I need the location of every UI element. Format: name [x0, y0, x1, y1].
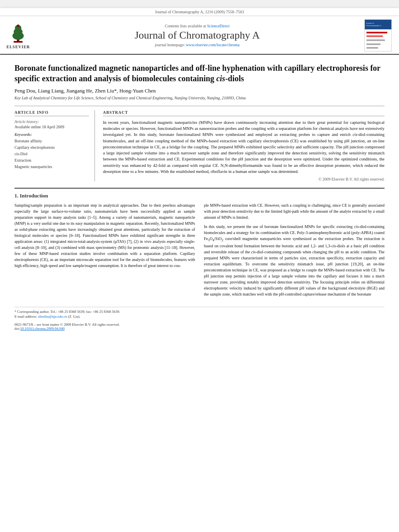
abstract-header: ABSTRACT: [103, 110, 385, 116]
journal-cover-image: Journal ofChromatography A: [364, 19, 392, 51]
abstract-text: In recent years, functionalized magnetic…: [103, 119, 385, 175]
cover-stripe-1: [366, 32, 387, 33]
cover-top-section: Journal ofChromatography A: [365, 20, 391, 29]
citation-line: Journal of Chromatography A, 1216 (2009)…: [0, 8, 399, 16]
journal-homepage-link[interactable]: www.elsevier.com/locate/chroma: [186, 43, 239, 47]
body-text-right-2: In this study, we present the use of bor…: [204, 224, 385, 297]
journal-header: ELSEVIER Contents lists available at Sci…: [0, 16, 399, 55]
article-info-abstract-section: ARTICLE INFO Article history: Available …: [14, 106, 385, 181]
article-title: Boronate functionalized magnetic nanopar…: [14, 63, 385, 84]
elsevier-label: ELSEVIER: [6, 45, 30, 49]
svg-point-4: [17, 25, 19, 27]
cover-stripe-3: [366, 39, 385, 41]
keywords-list: Boronate affinity Capillary electrophore…: [14, 138, 89, 170]
contents-available-line: Contents lists available at ScienceDirec…: [38, 24, 356, 28]
journal-homepage-line: journal homepage: www.elsevier.com/locat…: [38, 43, 356, 47]
email-footnote: E-mail address: zhenliu@nju.edu.cn (Z. L…: [14, 314, 385, 318]
cover-stripes: [365, 29, 391, 51]
corresponding-author-footnote: * Corresponding author. Tel.: +86 25 836…: [14, 310, 385, 314]
keyword-4: Extraction: [14, 157, 89, 164]
body-text-left: Sampling/sample preparation is an import…: [14, 202, 195, 269]
doi-link[interactable]: 10.1016/j.chroma.2009.04.040: [20, 327, 65, 331]
authors-line: Peng Dou, Liang Liang, Jiangang He, Zhen…: [14, 88, 385, 94]
cover-stripe-4: [366, 43, 380, 45]
keyword-5: Magnetic nanoparticles: [14, 164, 89, 170]
keyword-2: Capillary electrophoresis: [14, 144, 89, 151]
doi-line: doi:10.1016/j.chroma.2009.04.040: [14, 327, 385, 331]
history-label: Article history:: [14, 119, 89, 124]
cover-stripe-2: [366, 35, 383, 37]
cover-stripe-5: [366, 47, 378, 49]
body-col-right: ple MNPs-based extraction with CE. Howev…: [204, 202, 385, 300]
svg-rect-5: [14, 41, 23, 43]
journal-header-center: Contents lists available at ScienceDirec…: [30, 24, 364, 47]
journal-header-left: ELSEVIER: [6, 22, 30, 49]
abstract-column: ABSTRACT In recent years, functionalized…: [103, 110, 385, 181]
article-info-column: ARTICLE INFO Article history: Available …: [14, 110, 95, 181]
elsevier-tree-icon: [8, 22, 28, 44]
email-link[interactable]: zhenliu@nju.edu.cn: [38, 314, 67, 318]
journal-cover-area: Journal ofChromatography A: [364, 19, 393, 51]
issn-line: 0021-9673/$ – see front matter © 2009 El…: [14, 322, 385, 327]
body-two-columns: Sampling/sample preparation is an import…: [14, 202, 385, 300]
sciencedirect-link[interactable]: ScienceDirect: [207, 24, 230, 28]
citation-text: Journal of Chromatography A, 1216 (2009)…: [155, 10, 244, 14]
body-col-left: Sampling/sample preparation is an import…: [14, 202, 195, 300]
body-text-right-1: ple MNPs-based extraction with CE. Howev…: [204, 202, 385, 220]
article-content: Boronate functionalized magnetic nanopar…: [0, 55, 399, 339]
copyright-line: © 2009 Elsevier B.V. All rights reserved…: [103, 177, 385, 181]
keyword-1: Boronate affinity: [14, 138, 89, 144]
keywords-label: Keywords:: [14, 132, 89, 137]
article-page: Journal of Chromatography A, 1216 (2009)…: [0, 8, 399, 532]
journal-title-header: Journal of Chromatography A: [38, 29, 356, 41]
elsevier-logo: ELSEVIER: [6, 22, 30, 49]
affiliation-line: Key Lab of Analytical Chemistry for Life…: [14, 96, 385, 100]
section1-title: 1. Introduction: [14, 193, 385, 199]
available-online: Available online 18 April 2009: [14, 125, 89, 129]
article-info-header: ARTICLE INFO: [14, 110, 89, 116]
article-footer: * Corresponding author. Tel.: +86 25 836…: [14, 307, 385, 331]
keyword-3: cis-Diol: [14, 151, 89, 157]
body-divider: [14, 188, 385, 189]
